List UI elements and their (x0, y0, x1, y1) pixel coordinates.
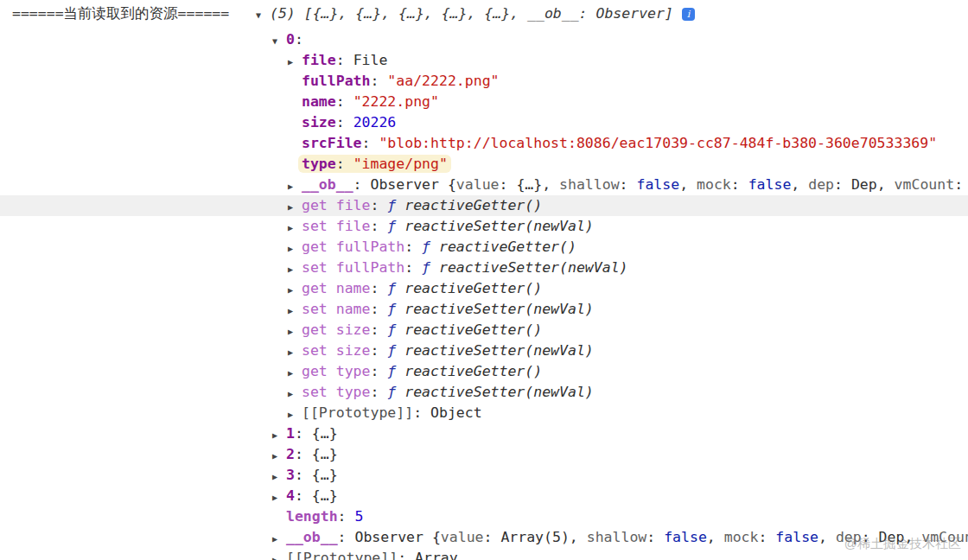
tree-row[interactable]: ▶get size: ƒ reactiveGetter() (0, 320, 968, 340)
tree-row[interactable]: ▶get name: ƒ reactiveGetter() (0, 278, 968, 299)
row-content: set file: ƒ reactiveSetter(newVal) (302, 218, 594, 234)
row-content: 2: {…} (286, 446, 338, 462)
expand-triangle[interactable]: ▶ (288, 363, 302, 384)
row-content: get size: ƒ reactiveGetter() (302, 321, 542, 338)
expand-triangle[interactable]: ▶ (288, 218, 302, 239)
tree-row[interactable]: ▶set file: ƒ reactiveSetter(newVal) (0, 216, 968, 237)
info-icon[interactable]: i (682, 8, 695, 21)
watermark-text: @稀土掘金技术社区 (844, 536, 961, 551)
expand-triangle[interactable]: ▶ (288, 197, 302, 218)
expand-triangle[interactable]: ▶ (288, 384, 302, 404)
tree-row[interactable]: ▶set size: ƒ reactiveSetter(newVal) (0, 340, 968, 361)
expand-triangle[interactable]: ▶ (288, 52, 302, 73)
expand-triangle[interactable]: ▶ (272, 446, 286, 467)
row-content: set size: ƒ reactiveSetter(newVal) (302, 342, 594, 359)
row-content: 3: {…} (286, 467, 338, 483)
tree-row[interactable]: ▶3: {…} (0, 465, 968, 486)
expand-triangle[interactable]: ▶ (272, 529, 286, 550)
console-tree: ▼0:▶file: FilefullPath: "aa/2222.png"nam… (0, 29, 968, 560)
tree-row[interactable]: ▶get type: ƒ reactiveGetter() (0, 361, 968, 382)
row-content: name: "2222.png" (302, 93, 439, 110)
tree-row[interactable]: ▶[[Prototype]]: Array (0, 548, 968, 560)
expand-triangle[interactable]: ▶ (272, 487, 286, 508)
tree-row[interactable]: fullPath: "aa/2222.png" (0, 71, 968, 92)
collapse-triangle[interactable]: ▼ (256, 5, 270, 26)
row-content: srcFile: "blob:http://localhost:8086/eac… (302, 135, 937, 151)
expand-triangle[interactable]: ▶ (272, 467, 286, 487)
row-content: fullPath: "aa/2222.png" (302, 73, 500, 89)
expand-triangle[interactable]: ▶ (288, 404, 302, 425)
expand-triangle[interactable]: ▶ (288, 321, 302, 342)
tree-row[interactable]: ▶1: {…} (0, 423, 968, 444)
expand-triangle[interactable]: ▶ (288, 342, 302, 363)
tree-row[interactable]: ▶[[Prototype]]: Object (0, 403, 968, 423)
expand-triangle[interactable]: ▶ (288, 280, 302, 301)
row-content: file: File (302, 52, 387, 68)
collapse-triangle[interactable]: ▼ (272, 31, 286, 52)
expand-triangle[interactable]: ▶ (288, 239, 302, 259)
tree-row[interactable]: ▶__ob__: Observer {value: Array(5), shal… (0, 527, 968, 548)
tree-row[interactable]: length: 5 (0, 506, 968, 527)
row-content: get type: ƒ reactiveGetter() (302, 363, 542, 379)
expand-triangle[interactable]: ▶ (288, 176, 302, 197)
row-content: __ob__: Observer {value: {…}, shallow: f… (302, 176, 963, 193)
row-content: 0: (286, 31, 303, 48)
array-preview-text: (5) [{…}, {…}, {…}, {…}, {…}, __ob__: Ob… (270, 5, 673, 22)
array-root: ▼(5) [{…}, {…}, {…}, {…}, {…}, __ob__: O… (256, 3, 695, 26)
row-content: 1: {…} (286, 425, 338, 442)
row-content: [[Prototype]]: Array (286, 550, 458, 560)
row-content: 4: {…} (286, 487, 338, 504)
tree-row[interactable]: ▼0: (0, 29, 968, 50)
row-content: type: "image/png" (298, 155, 451, 173)
tree-row[interactable]: name: "2222.png" (0, 92, 968, 112)
row-content: get fullPath: ƒ reactiveGetter() (302, 239, 576, 255)
tree-row[interactable]: ▶4: {…} (0, 486, 968, 506)
row-content: set fullPath: ƒ reactiveSetter(newVal) (302, 259, 628, 276)
tree-row[interactable]: ▶__ob__: Observer {value: {…}, shallow: … (0, 175, 968, 195)
tree-row[interactable]: ▶file: File (0, 50, 968, 71)
row-content: get name: ƒ reactiveGetter() (302, 280, 542, 296)
tree-row[interactable]: srcFile: "blob:http://localhost:8086/eac… (0, 133, 968, 154)
tree-row[interactable]: ▶set fullPath: ƒ reactiveSetter(newVal) (0, 258, 968, 278)
row-content: set name: ƒ reactiveSetter(newVal) (302, 301, 594, 317)
tree-row[interactable]: ▶set type: ƒ reactiveSetter(newVal) (0, 382, 968, 403)
expand-triangle[interactable]: ▶ (272, 425, 286, 446)
expand-triangle[interactable]: ▶ (272, 550, 286, 560)
row-content: set type: ƒ reactiveSetter(newVal) (302, 384, 594, 400)
row-content: get file: ƒ reactiveGetter() (302, 197, 542, 213)
tree-row[interactable]: ▶get file: ƒ reactiveGetter() (0, 195, 968, 216)
tree-row[interactable]: ▶2: {…} (0, 444, 968, 465)
tree-row[interactable]: type: "image/png" (0, 154, 968, 175)
console-log-line: ======当前读取到的资源====== ▼(5) [{…}, {…}, {…}… (0, 3, 968, 24)
log-message-text: ======当前读取到的资源====== (12, 3, 229, 24)
row-content: size: 20226 (302, 114, 396, 130)
tree-row[interactable]: size: 20226 (0, 112, 968, 133)
expand-triangle[interactable]: ▶ (288, 301, 302, 321)
row-content: length: 5 (286, 508, 363, 525)
tree-row[interactable]: ▶get fullPath: ƒ reactiveGetter() (0, 237, 968, 258)
expand-triangle[interactable]: ▶ (288, 259, 302, 280)
row-content: [[Prototype]]: Object (302, 404, 482, 421)
tree-row[interactable]: ▶set name: ƒ reactiveSetter(newVal) (0, 299, 968, 320)
